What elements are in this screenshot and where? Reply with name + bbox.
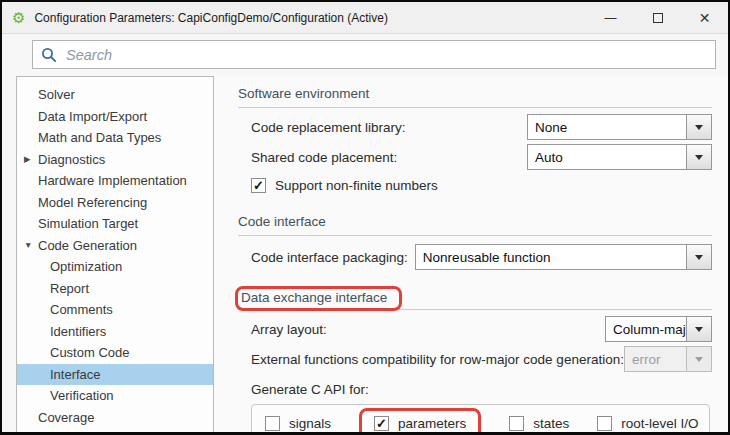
code-interface-packaging-row: Code interface packaging: Nonreusable fu… <box>238 240 712 274</box>
window-controls: — ✕ <box>587 2 728 33</box>
chevron-down-icon <box>695 155 703 160</box>
support-non-finite-row: Support non-finite numbers <box>238 172 712 199</box>
chevron-collapsed-icon[interactable]: ▶ <box>24 154 31 164</box>
sidebar-item-code-generation[interactable]: ▼Code Generation <box>17 235 213 257</box>
dropdown-arrow-button[interactable] <box>686 245 711 269</box>
checkbox-label: states <box>533 416 569 431</box>
sidebar-item-identifiers[interactable]: Identifiers <box>17 321 213 343</box>
chevron-expanded-icon[interactable]: ▼ <box>24 240 32 250</box>
dropdown-arrow-button[interactable] <box>686 145 711 169</box>
sidebar-item-label: Comments <box>50 302 113 317</box>
minimize-button[interactable]: — <box>587 2 634 33</box>
chevron-down-icon <box>695 125 703 130</box>
search-area <box>2 34 728 76</box>
chevron-down-icon <box>695 255 703 260</box>
sidebar-item-solver[interactable]: Solver <box>17 84 213 106</box>
generate-capi-label-row: Generate C API for: <box>238 377 712 401</box>
chevron-down-icon <box>695 357 703 362</box>
code-replacement-row: Code replacement library: None <box>238 112 712 142</box>
minimize-icon: — <box>605 11 617 25</box>
code-interface-packaging-label: Code interface packaging: <box>251 250 408 265</box>
dropdown-arrow-button[interactable] <box>686 317 711 341</box>
sidebar-item-label: Math and Data Types <box>38 130 161 145</box>
capi-option-states: states <box>509 416 569 431</box>
generate-capi-label: Generate C API for: <box>251 382 369 397</box>
dropdown-value: error <box>625 347 686 371</box>
sidebar-item-optimization[interactable]: Optimization <box>17 256 213 278</box>
shared-code-label: Shared code placement: <box>251 150 397 165</box>
row-major-compatibility-dropdown: error <box>624 346 712 372</box>
search-input[interactable] <box>64 46 707 64</box>
array-layout-row: Array layout: Column-major <box>238 314 712 344</box>
capi-option-parameters: parameters <box>359 408 481 432</box>
sidebar-item-comments[interactable]: Comments <box>17 299 213 321</box>
dropdown-value: None <box>528 115 686 139</box>
sidebar-item-label: HDL Code Generation <box>38 431 166 432</box>
sidebar-item-label: Hardware Implementation <box>38 173 187 188</box>
configuration-gear-icon: ⚙ <box>12 10 25 25</box>
sidebar-item-label: Data Import/Export <box>38 109 147 124</box>
sidebar-item-simulation-target[interactable]: Simulation Target <box>17 213 213 235</box>
checkbox-label: signals <box>289 416 331 431</box>
sidebar-item-math-and-data-types[interactable]: Math and Data Types <box>17 127 213 149</box>
checkbox-label: parameters <box>398 416 466 431</box>
row-major-compatibility-row: External functions compatibility for row… <box>238 344 712 374</box>
shared-code-dropdown[interactable]: Auto <box>527 144 712 170</box>
dropdown-value: Nonreusable function <box>416 245 686 269</box>
maximize-button[interactable] <box>634 2 681 33</box>
dropdown-value: Auto <box>528 145 686 169</box>
sidebar-item-label: Custom Code <box>50 345 129 360</box>
section-code-interface: Code interface <box>238 209 712 236</box>
sidebar-item-label: Simulation Target <box>38 216 138 231</box>
section-software-environment: Software environment <box>238 81 712 108</box>
code-replacement-label: Code replacement library: <box>251 120 406 135</box>
array-layout-dropdown[interactable]: Column-major <box>605 316 712 342</box>
section-title: Code interface <box>238 209 712 235</box>
checkbox-label: root-level I/O <box>621 416 698 431</box>
sidebar-item-model-referencing[interactable]: Model Referencing <box>17 192 213 214</box>
sidebar-item-verification[interactable]: Verification <box>17 385 213 407</box>
dialog-body: SolverData Import/ExportMath and Data Ty… <box>2 76 728 432</box>
sidebar-item-label: Model Referencing <box>38 195 147 210</box>
capi-option-signals: signals <box>265 416 331 431</box>
sidebar-item-report[interactable]: Report <box>17 278 213 300</box>
section-title: Data exchange interface <box>241 290 387 305</box>
code-interface-packaging-dropdown[interactable]: Nonreusable function <box>415 244 712 270</box>
main-panel: Software environment Code replacement li… <box>214 76 728 432</box>
sidebar-item-label: Identifiers <box>50 324 106 339</box>
sidebar-item-label: Optimization <box>50 259 122 274</box>
sidebar-item-hdl-code-generation[interactable]: ▶HDL Code Generation <box>17 428 213 432</box>
sidebar-item-custom-code[interactable]: Custom Code <box>17 342 213 364</box>
search-box[interactable] <box>32 40 716 69</box>
window-title: Configuration Parameters: CapiConfigDemo… <box>34 11 388 25</box>
code-replacement-dropdown[interactable]: None <box>527 114 712 140</box>
root-level-i-o-checkbox[interactable] <box>597 416 612 431</box>
support-non-finite-checkbox[interactable] <box>251 178 266 193</box>
shared-code-row: Shared code placement: Auto <box>238 142 712 172</box>
capi-option-root-level-i-o: root-level I/O <box>597 416 698 431</box>
sidebar-item-label: Coverage <box>38 410 94 425</box>
dropdown-arrow-button <box>686 347 711 371</box>
titlebar: ⚙ Configuration Parameters: CapiConfigDe… <box>2 2 728 34</box>
states-checkbox[interactable] <box>509 416 524 431</box>
sidebar-item-hardware-implementation[interactable]: Hardware Implementation <box>17 170 213 192</box>
chevron-down-icon <box>695 327 703 332</box>
sidebar-item-label: Diagnostics <box>38 152 105 167</box>
sidebar-item-coverage[interactable]: Coverage <box>17 407 213 429</box>
support-non-finite-label: Support non-finite numbers <box>275 178 438 193</box>
row-major-compatibility-label: External functions compatibility for row… <box>251 352 624 367</box>
parameters-checkbox[interactable] <box>374 416 389 431</box>
sidebar-item-label: Interface <box>50 367 101 382</box>
signals-checkbox[interactable] <box>265 416 280 431</box>
maximize-icon <box>653 13 663 23</box>
search-icon <box>41 47 57 63</box>
data-exchange-annotation: Data exchange interface <box>235 286 402 311</box>
sidebar-item-interface[interactable]: Interface <box>17 364 213 386</box>
sidebar-item-data-import-export[interactable]: Data Import/Export <box>17 106 213 128</box>
sidebar-item-diagnostics[interactable]: ▶Diagnostics <box>17 149 213 171</box>
dropdown-value: Column-major <box>606 317 686 341</box>
close-button[interactable]: ✕ <box>681 2 728 33</box>
dropdown-arrow-button[interactable] <box>686 115 711 139</box>
sidebar-item-label: Solver <box>38 87 75 102</box>
section-data-exchange: Data exchange interface <box>238 284 712 310</box>
